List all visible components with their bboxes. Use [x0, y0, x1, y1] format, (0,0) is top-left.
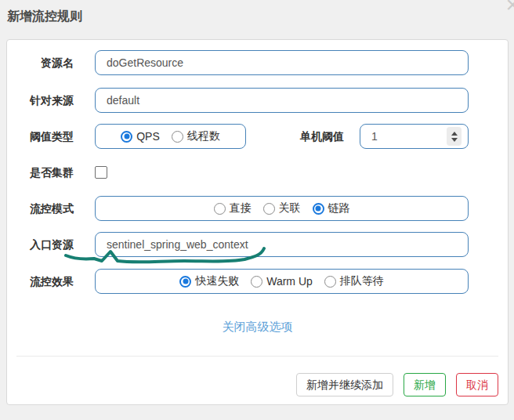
add-and-continue-button[interactable]: 新增并继续添加	[296, 373, 393, 396]
radio-selected-icon	[121, 131, 132, 143]
dialog-body-panel: 资源名 针对来源 阈值类型 QPS	[6, 39, 509, 405]
radio-unselected-icon	[263, 203, 275, 215]
resource-label: 资源名	[16, 50, 74, 75]
stepper-down-icon[interactable]	[451, 138, 458, 142]
close-advanced-options-link[interactable]: 关闭高级选项	[7, 320, 508, 335]
radio-option-direct[interactable]: 直接	[214, 201, 252, 215]
row-resource: 资源名	[7, 50, 508, 75]
dialog-title: 新增流控规则	[7, 9, 82, 25]
row-ref-resource: 入口资源	[7, 232, 508, 257]
radio-option-thread[interactable]: 线程数	[172, 129, 220, 143]
row-cluster: 是否集群	[7, 160, 508, 185]
strategy-label: 流控模式	[16, 196, 74, 221]
threshold-label: 单机阈值	[273, 124, 344, 149]
behavior-radio-group: 快速失败 Warm Up 排队等待	[95, 269, 469, 294]
footer-divider	[16, 356, 498, 357]
stepper-up-icon[interactable]	[451, 132, 458, 136]
radio-option-fast-fail[interactable]: 快速失败	[179, 274, 239, 288]
radio-selected-icon	[179, 276, 191, 288]
behavior-label: 流控效果	[16, 269, 74, 294]
radio-unselected-icon	[172, 131, 183, 143]
radio-option-qps[interactable]: QPS	[121, 130, 160, 143]
radio-unselected-icon	[251, 276, 262, 288]
cluster-label: 是否集群	[16, 160, 74, 185]
grade-label: 阈值类型	[16, 124, 74, 149]
cancel-button[interactable]: 取消	[456, 373, 498, 396]
radio-unselected-icon	[214, 203, 226, 215]
radio-selected-icon	[313, 203, 324, 215]
resource-input[interactable]	[95, 50, 469, 75]
add-flow-rule-dialog: 新增流控规则 × 资源名 针对来源 阈值类型 QPS	[0, 0, 514, 420]
footer-buttons: 新增并继续添加 新增 取消	[296, 373, 498, 396]
add-button[interactable]: 新增	[404, 373, 446, 396]
row-limit-app: 针对来源	[7, 88, 508, 113]
radio-option-queue-wait[interactable]: 排队等待	[324, 274, 384, 288]
limit-app-label: 针对来源	[16, 88, 74, 113]
ref-resource-label: 入口资源	[16, 232, 74, 257]
ref-resource-input[interactable]	[95, 232, 469, 257]
close-icon[interactable]: ×	[505, 0, 514, 16]
strategy-radio-group: 直接 关联 链路	[95, 196, 469, 221]
cluster-checkbox[interactable]	[95, 166, 107, 179]
radio-option-warm-up[interactable]: Warm Up	[251, 275, 313, 288]
row-behavior: 流控效果 快速失败 Warm Up 排队等待	[7, 269, 508, 294]
row-grade-threshold: 阈值类型 QPS 线程数 单机阈值	[7, 124, 508, 149]
row-strategy: 流控模式 直接 关联 链路	[7, 196, 508, 221]
radio-option-chain[interactable]: 链路	[313, 201, 350, 215]
radio-unselected-icon	[324, 276, 336, 288]
limit-app-input[interactable]	[95, 88, 469, 113]
grade-radio-group: QPS 线程数	[95, 124, 246, 149]
threshold-stepper[interactable]	[447, 127, 462, 146]
radio-option-relate[interactable]: 关联	[263, 201, 301, 215]
